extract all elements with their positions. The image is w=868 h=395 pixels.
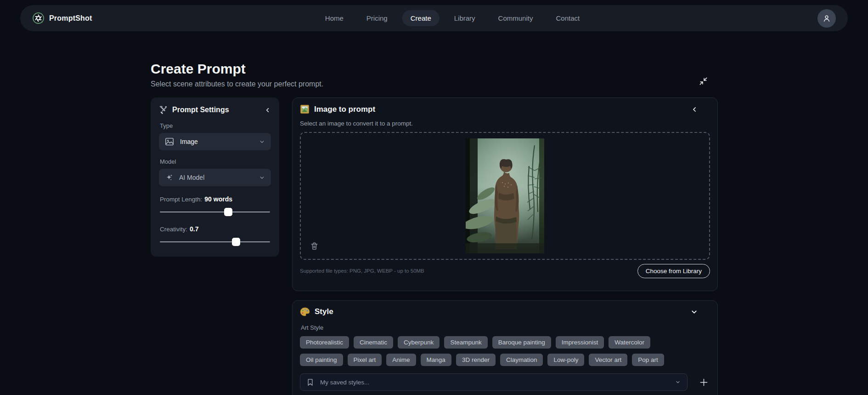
creativity-slider[interactable] [160, 238, 270, 246]
aperture-logo-icon [32, 12, 45, 24]
style-chip[interactable]: Cinematic [354, 336, 393, 349]
style-card: Style Art Style PhotorealisticCinematicC… [292, 300, 718, 395]
tools-icon [159, 105, 168, 114]
prompt-settings-panel: Prompt Settings Type Image [151, 97, 279, 257]
trash-icon[interactable] [310, 241, 319, 251]
style-chip[interactable]: Manga [421, 354, 451, 366]
card-subtitle: Select an image to convert it to a promp… [300, 120, 710, 127]
image-dropzone[interactable] [300, 132, 710, 260]
style-chip[interactable]: Cyberpunk [398, 336, 440, 349]
framed-picture-icon [300, 104, 310, 114]
nav-item[interactable]: Contact [547, 10, 588, 26]
style-chip[interactable]: Oil painting [300, 354, 343, 366]
art-style-chips-row-2: Oil paintingPixel artAnimeManga3D render… [300, 354, 710, 366]
art-style-chips-row-1: PhotorealisticCinematicCyberpunkSteampun… [300, 336, 710, 349]
creativity-value: 0.7 [190, 225, 198, 233]
nav-item[interactable]: Community [490, 10, 541, 26]
art-style-label: Art Style [301, 324, 709, 331]
style-chip[interactable]: Pixel art [348, 354, 382, 366]
prompt-length-value: 90 words [204, 195, 232, 203]
avatar-button[interactable] [817, 9, 836, 28]
user-icon [822, 14, 831, 23]
file-types-note: Supported file types: PNG, JPG, WEBP - u… [300, 268, 424, 274]
nav-item[interactable]: Create [402, 10, 440, 26]
chevron-down-icon [259, 139, 265, 145]
prompt-length-label: Prompt Length:90 words [160, 195, 270, 203]
chevron-left-icon[interactable] [691, 106, 710, 113]
style-chip[interactable]: Watercolor [609, 336, 650, 349]
saved-styles-select[interactable]: My saved styles... [300, 373, 688, 391]
type-value: Image [180, 138, 198, 145]
panel-title: Prompt Settings [172, 106, 229, 114]
saved-styles-placeholder: My saved styles... [320, 379, 369, 386]
page-title: Create Prompt [151, 61, 718, 77]
style-chip[interactable]: Claymation [500, 354, 543, 366]
sparkles-icon [165, 173, 173, 182]
prompt-length-slider[interactable] [160, 208, 270, 216]
page-subtitle: Select scene attributes to create your p… [151, 80, 718, 88]
main-content: Create Prompt Select scene attributes to… [151, 61, 718, 395]
jungle-portrait-photo [466, 138, 544, 253]
creativity-label: Creativity:0.7 [160, 225, 270, 233]
slider-track [160, 212, 270, 212]
style-chip[interactable]: Pop art [632, 354, 664, 366]
type-select[interactable]: Image [159, 133, 271, 150]
nav-item[interactable]: Library [446, 10, 484, 26]
slider-thumb[interactable] [232, 238, 240, 246]
chevron-down-icon[interactable] [690, 308, 710, 316]
style-chip[interactable]: Photorealistic [300, 336, 349, 349]
palette-icon [300, 307, 310, 316]
card-title: Image to prompt [314, 105, 375, 114]
image-to-prompt-card: Image to prompt Select an image to conve… [292, 97, 718, 291]
bookmark-icon [307, 378, 314, 386]
minimize-icon[interactable] [699, 77, 708, 86]
style-chip[interactable]: 3D render [456, 354, 496, 366]
model-value: AI Model [179, 174, 204, 181]
nav-item[interactable]: Home [317, 10, 352, 26]
slider-track [160, 241, 270, 242]
nav-links: HomePricingCreateLibraryCommunityContact [317, 10, 588, 26]
plus-icon[interactable] [698, 376, 710, 389]
nav-item[interactable]: Pricing [358, 10, 396, 26]
style-chip[interactable]: Low-poly [547, 354, 584, 366]
brand[interactable]: PromptShot [32, 12, 92, 24]
chevron-down-icon [259, 175, 265, 181]
slider-thumb[interactable] [224, 208, 232, 216]
choose-from-library-button[interactable]: Choose from Library [637, 264, 710, 278]
style-chip[interactable]: Vector art [589, 354, 627, 366]
card-title: Style [315, 307, 333, 316]
model-select[interactable]: AI Model [159, 169, 271, 186]
chevron-down-icon [675, 379, 681, 385]
model-label: Model [160, 158, 270, 165]
style-chip[interactable]: Impressionist [556, 336, 604, 349]
chevron-left-icon[interactable] [264, 107, 271, 114]
style-chip[interactable]: Anime [386, 354, 416, 366]
navbar: PromptShot HomePricingCreateLibraryCommu… [20, 5, 848, 31]
image-icon [165, 137, 174, 146]
brand-name: PromptShot [49, 14, 92, 23]
type-label: Type [160, 122, 270, 129]
style-chip[interactable]: Steampunk [444, 336, 487, 349]
style-chip[interactable]: Baroque painting [492, 336, 551, 349]
